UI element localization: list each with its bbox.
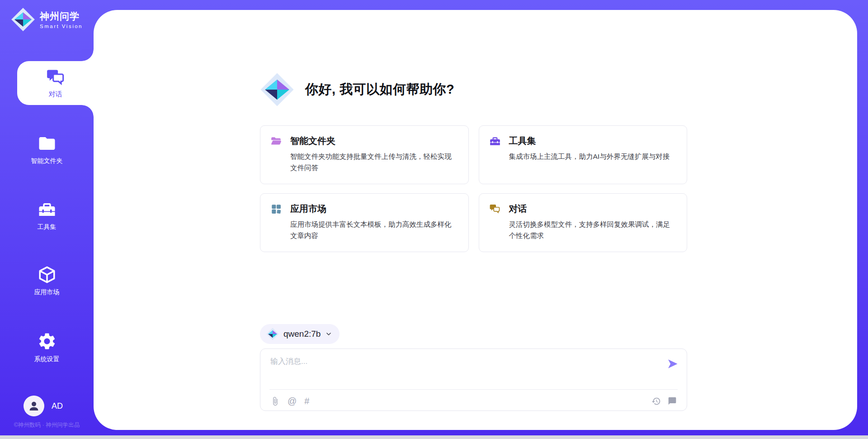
- tab-curve-top: [82, 49, 94, 61]
- card-title: 对话: [509, 203, 527, 215]
- toolbox-icon: [489, 135, 501, 147]
- composer-toolbar: @ #: [270, 394, 677, 408]
- hash-icon[interactable]: #: [304, 396, 309, 406]
- greeting: 你好, 我可以如何帮助你?: [260, 72, 454, 107]
- card-description: 应用市场提供丰富长文本模板，助力高效生成多样化文章内容: [290, 219, 458, 242]
- greeting-text: 你好, 我可以如何帮助你?: [305, 81, 454, 99]
- sidebar-item-label: 应用市场: [34, 288, 60, 296]
- chat-bubbles-icon: [46, 67, 66, 87]
- message-input[interactable]: [270, 356, 650, 382]
- send-icon: [666, 358, 679, 370]
- app-name: 神州问学: [40, 10, 83, 23]
- sidebar-item-label: 系统设置: [34, 355, 60, 363]
- at-icon[interactable]: @: [288, 396, 297, 406]
- chat-square-icon[interactable]: [668, 396, 677, 406]
- card-title: 应用市场: [290, 203, 326, 215]
- chat-bubbles-icon: [489, 203, 501, 215]
- app-subtitle: Smart Vision: [40, 24, 83, 29]
- sidebar-item-settings[interactable]: 系统设置: [0, 331, 94, 363]
- model-name: qwen2:7b: [283, 329, 321, 339]
- user-menu[interactable]: AD: [24, 396, 63, 416]
- user-name: AD: [52, 401, 63, 411]
- composer-divider: [269, 389, 678, 390]
- user-avatar-icon: [27, 399, 41, 413]
- cube-icon: [38, 265, 57, 284]
- sidebar-item-market[interactable]: 应用市场: [0, 265, 94, 296]
- logo-diamond-icon: [260, 72, 294, 107]
- logo-diamond-icon: [266, 328, 279, 340]
- card-chat[interactable]: 对话 灵活切换多模型文件，支持多样回复效果调试，满足个性化需求: [479, 193, 688, 252]
- card-description: 灵活切换多模型文件，支持多样回复效果调试，满足个性化需求: [509, 219, 677, 242]
- logo-diamond-icon: [11, 7, 35, 32]
- gear-icon: [37, 331, 57, 351]
- feature-cards: 智能文件夹 智能文件夹功能支持批量文件上传与清洗，轻松实现文件问答 工具集 集成…: [260, 125, 687, 252]
- window-bottom-edge: [0, 435, 868, 439]
- send-button[interactable]: [666, 357, 679, 371]
- folder-open-icon: [270, 135, 282, 147]
- card-smart-folders[interactable]: 智能文件夹 智能文件夹功能支持批量文件上传与清洗，轻松实现文件问答: [260, 125, 469, 184]
- model-selector[interactable]: qwen2:7b: [260, 324, 340, 344]
- card-title: 工具集: [509, 135, 536, 147]
- tab-curve-bottom: [82, 105, 94, 117]
- card-title: 智能文件夹: [290, 135, 335, 147]
- sidebar-item-label: 工具集: [38, 223, 57, 231]
- chevron-down-icon: [325, 330, 332, 338]
- sidebar-footer: ©神州数码 · 神州问学出品: [0, 421, 94, 429]
- sidebar-item-chat[interactable]: 对话: [17, 61, 94, 105]
- app-logo: 神州问学 Smart Vision: [11, 7, 83, 32]
- paperclip-icon[interactable]: [270, 396, 280, 406]
- message-composer: @ #: [260, 348, 687, 411]
- card-description: 集成市场上主流工具，助力AI与外界无缝扩展与对接: [509, 151, 677, 162]
- sidebar-item-folders[interactable]: 智能文件夹: [0, 134, 94, 165]
- folder-icon: [38, 134, 57, 153]
- sidebar-item-label: 智能文件夹: [31, 157, 63, 165]
- sidebar-item-label: 对话: [49, 90, 62, 99]
- card-description: 智能文件夹功能支持批量文件上传与清洗，轻松实现文件问答: [290, 151, 458, 174]
- main-content: 你好, 我可以如何帮助你? 智能文件夹 智能文件夹功能支持批量文件上传与清洗，轻…: [260, 0, 687, 439]
- grid-icon: [270, 203, 282, 215]
- history-icon[interactable]: [651, 396, 661, 406]
- card-toolset[interactable]: 工具集 集成市场上主流工具，助力AI与外界无缝扩展与对接: [479, 125, 688, 184]
- toolbox-icon: [38, 200, 57, 219]
- sidebar-item-tools[interactable]: 工具集: [0, 200, 94, 231]
- card-app-market[interactable]: 应用市场 应用市场提供丰富长文本模板，助力高效生成多样化文章内容: [260, 193, 469, 252]
- avatar: [24, 396, 44, 416]
- sidebar: 神州问学 Smart Vision 对话 智能文件夹 工具集: [0, 0, 94, 439]
